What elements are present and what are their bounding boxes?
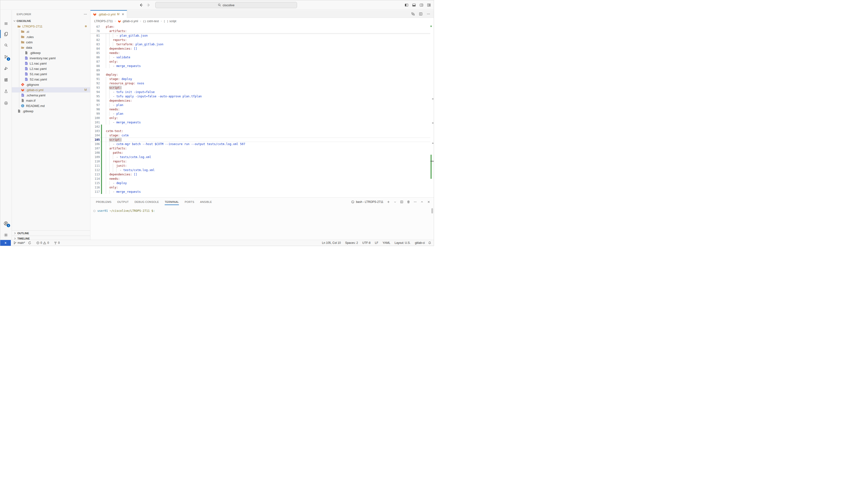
- panel-tab-ansible[interactable]: ANSIBLE: [200, 198, 212, 206]
- toggle-panel-icon[interactable]: [412, 3, 416, 7]
- tree-item-gitignore[interactable]: .gitignore: [12, 82, 90, 87]
- activity-bar-item-settings[interactable]: [0, 230, 11, 240]
- status-item-spaces-2[interactable]: Spaces: 2: [344, 241, 359, 245]
- code-line-108[interactable]: 108 paths:: [90, 151, 430, 155]
- code-line-96[interactable]: 96 dependencies:: [90, 99, 430, 103]
- code-line-95[interactable]: 95 - tofu apply -input=false -auto-appro…: [90, 94, 430, 99]
- tree-item-l1-nac-yaml[interactable]: L1.nac.yaml: [12, 61, 90, 66]
- terminal-view[interactable]: user01 ~/ciscolive/LTROPS-2711 $:: [90, 206, 434, 240]
- editor-more-actions-icon[interactable]: [426, 12, 430, 16]
- activity-bar-item-extensions[interactable]: [0, 75, 11, 85]
- panel-tab-output[interactable]: OUTPUT: [117, 198, 129, 206]
- tree-item-cxtm[interactable]: cxtm: [12, 40, 90, 45]
- tab-close-icon[interactable]: [121, 13, 125, 16]
- status-item-utf-8[interactable]: UTF-8: [361, 241, 372, 245]
- tree-item-rules[interactable]: .rules: [12, 34, 90, 40]
- command-decoration-icon[interactable]: [93, 210, 95, 212]
- status-item-lf[interactable]: LF: [374, 241, 379, 245]
- code-line-91[interactable]: 91 stage: deploy: [90, 77, 430, 81]
- code-line-89[interactable]: 89: [90, 68, 430, 73]
- new-terminal-icon[interactable]: [387, 200, 390, 204]
- code-line-103[interactable]: 103cxtm-test:: [90, 129, 430, 133]
- activity-bar-item-testing[interactable]: [0, 87, 11, 96]
- activity-bar-item-explorer[interactable]: [0, 29, 11, 39]
- timeline-section[interactable]: TIMELINE: [12, 236, 90, 240]
- tree-item-main-tf[interactable]: main.tf: [12, 98, 90, 103]
- sync-status-item[interactable]: [27, 241, 32, 245]
- split-editor-icon[interactable]: [419, 12, 423, 16]
- code-line-97[interactable]: 97 - plan: [90, 103, 430, 107]
- panel-tab-ports[interactable]: PORTS: [185, 198, 194, 206]
- code-line-107[interactable]: 107 artifacts:: [90, 146, 430, 151]
- activity-bar-item-ansible[interactable]: [0, 98, 11, 108]
- navigate-back-icon[interactable]: [139, 3, 144, 7]
- code-line-115[interactable]: 115 - deploy: [90, 181, 430, 185]
- status-item-gitlab-ci[interactable]: gitlab-ci: [414, 241, 426, 245]
- code-line-87[interactable]: 87 only:: [90, 59, 430, 64]
- code-editor[interactable]: 67plan:76 artifacts: 81 - plan_gitlab.js…: [90, 25, 430, 197]
- code-line-109[interactable]: 109 - tests/cxtm.log.xml: [90, 155, 430, 159]
- code-line-102[interactable]: 102: [90, 125, 430, 129]
- code-line-67[interactable]: 67plan:: [90, 25, 430, 29]
- code-line-81[interactable]: 81 - plan_gitlab.json: [90, 33, 430, 38]
- terminal-scrollbar[interactable]: [431, 208, 433, 214]
- terminal-instance[interactable]: bash - LTROPS-2711: [351, 200, 383, 204]
- code-line-114[interactable]: 114 needs:: [90, 177, 430, 181]
- code-line-94[interactable]: 94 - tofu init -input=false: [90, 90, 430, 94]
- code-line-112[interactable]: 112 - tests/cxtm.log.xml: [90, 168, 430, 172]
- activity-bar-item-menu[interactable]: [0, 19, 11, 28]
- status-item-yaml[interactable]: YAML: [381, 241, 392, 245]
- code-line-84[interactable]: 84 dependencies: []: [90, 47, 430, 51]
- tree-item-s2-nac-yaml[interactable]: S2.nac.yaml: [12, 77, 90, 82]
- code-line-99[interactable]: 99 - plan: [90, 112, 430, 116]
- remote-indicator[interactable]: [0, 240, 11, 246]
- code-line-100[interactable]: 100 only:: [90, 116, 430, 120]
- code-line-116[interactable]: 116 only:: [90, 185, 430, 190]
- code-line-76[interactable]: 76 artifacts:: [90, 29, 430, 33]
- tree-item-gitlab-ci-yml[interactable]: .gitlab-ci.ymlM: [12, 87, 90, 93]
- code-line-111[interactable]: 111 junit:: [90, 164, 430, 168]
- breadcrumb-item-gitlab-ci-yml[interactable]: .gitlab-ci.yml: [118, 20, 138, 23]
- code-line-93[interactable]: 93 script:: [90, 85, 430, 90]
- status-item-layout-u-s[interactable]: Layout: U.S.: [394, 241, 412, 245]
- outline-section[interactable]: OUTLINE: [12, 230, 90, 236]
- activity-bar-item-search[interactable]: [0, 41, 11, 50]
- tree-item-ltrops-2711[interactable]: LTROPS-2711: [12, 24, 90, 29]
- toggle-secondary-sidebar-icon[interactable]: [420, 3, 423, 7]
- split-terminal-icon[interactable]: [400, 200, 403, 204]
- tree-item-ci[interactable]: .ci: [12, 29, 90, 34]
- tab-gitlab-ci-yml[interactable]: .gitlab-ci.yml M: [90, 10, 127, 18]
- close-panel-icon[interactable]: [427, 200, 430, 204]
- code-line-90[interactable]: 90deploy:: [90, 73, 430, 77]
- code-line-106[interactable]: 106 - cxtm-mgr batch --host $CXTM --inse…: [90, 142, 430, 146]
- tree-item-schema-yaml[interactable]: .schema.yaml: [12, 93, 90, 98]
- terminal-dropdown-icon[interactable]: [394, 200, 397, 204]
- notifications-bell-icon[interactable]: [428, 241, 431, 245]
- code-line-86[interactable]: 86 - validate: [90, 55, 430, 59]
- code-line-88[interactable]: 88 - merge_requests: [90, 64, 430, 68]
- activity-bar-item-run-debug[interactable]: [0, 64, 11, 73]
- code-line-92[interactable]: 92 resource_group: nxos: [90, 81, 430, 85]
- code-line-101[interactable]: 101 - merge_requests: [90, 120, 430, 125]
- code-line-104[interactable]: 104 stage: cxtm: [90, 133, 430, 138]
- breadcrumb-item-script[interactable]: [ ]script: [164, 20, 177, 23]
- panel-more-actions-icon[interactable]: [414, 200, 417, 204]
- overview-ruler[interactable]: [430, 25, 434, 197]
- activity-bar-item-source-control[interactable]: 1: [0, 52, 11, 62]
- command-center-search[interactable]: ciscolive: [155, 2, 297, 8]
- code-line-82[interactable]: 82 reports:: [90, 38, 430, 42]
- open-changes-icon[interactable]: [411, 12, 415, 16]
- branch-status-item[interactable]: main*: [12, 241, 26, 245]
- tree-item-gitkeep[interactable]: .gitkeep: [12, 50, 90, 55]
- workspace-section-header[interactable]: CISCOLIVE: [12, 18, 90, 24]
- tree-item-inventory-nac-yaml[interactable]: inventory.nac.yaml: [12, 55, 90, 61]
- customize-layout-icon[interactable]: [427, 3, 431, 7]
- breadcrumb-item-cxtm-test[interactable]: {}cxtm-test: [143, 20, 159, 23]
- explorer-more-actions-icon[interactable]: [84, 12, 87, 16]
- tree-item-s1-nac-yaml[interactable]: S1.nac.yaml: [12, 71, 90, 77]
- problems-status-item[interactable]: 0 0: [35, 241, 50, 245]
- navigate-forward-icon[interactable]: [146, 3, 151, 7]
- status-item-ln-105-col-10[interactable]: Ln 105, Col 10: [321, 241, 342, 245]
- tree-item-data[interactable]: data: [12, 45, 90, 50]
- kill-terminal-icon[interactable]: [407, 200, 410, 204]
